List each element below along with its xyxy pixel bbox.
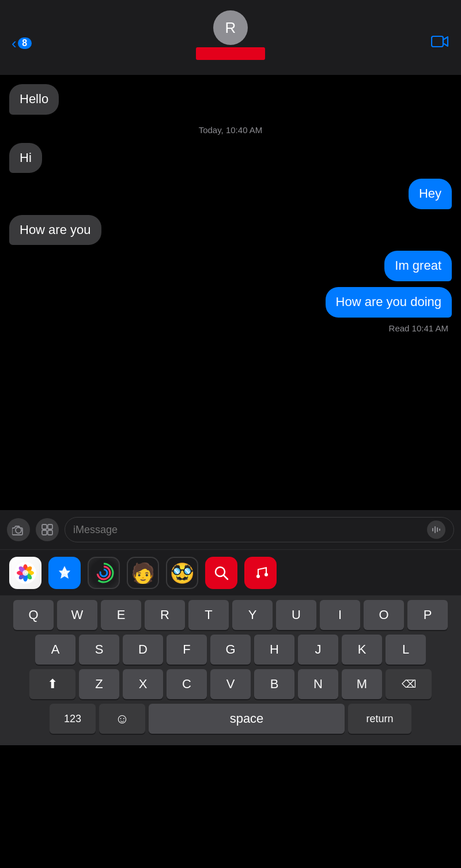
header: ‹ 8 R <box>0 0 461 75</box>
contact-name-bar <box>196 47 265 60</box>
message-input-wrapper <box>65 517 454 542</box>
back-badge: 8 <box>18 37 32 49</box>
svg-rect-5 <box>48 530 52 535</box>
key-h[interactable]: H <box>254 635 294 665</box>
message-input[interactable] <box>73 524 422 536</box>
video-call-button[interactable] <box>431 35 449 52</box>
key-w[interactable]: W <box>57 600 97 630</box>
svg-rect-7 <box>434 526 436 533</box>
tray-memoji2-icon[interactable]: 🥸 <box>166 557 198 589</box>
key-l[interactable]: L <box>386 635 426 665</box>
svg-rect-4 <box>42 530 47 535</box>
key-f[interactable]: F <box>167 635 207 665</box>
tray-search-icon[interactable] <box>205 557 237 589</box>
key-p[interactable]: P <box>407 600 448 630</box>
apps-button[interactable] <box>36 518 59 541</box>
chevron-left-icon: ‹ <box>12 36 17 51</box>
key-b[interactable]: B <box>254 669 294 699</box>
app-tray: A 🧑 🥸 <box>0 549 461 595</box>
read-receipt: Read 10:41 AM <box>9 323 452 333</box>
key-i[interactable]: I <box>320 600 360 630</box>
shift-key[interactable]: ⬆ <box>29 669 75 699</box>
svg-point-23 <box>100 569 107 576</box>
contact-info[interactable]: R <box>196 10 265 60</box>
key-t[interactable]: T <box>188 600 229 630</box>
message-row: Im great <box>9 251 452 281</box>
svg-rect-8 <box>437 527 438 532</box>
svg-point-26 <box>256 575 260 578</box>
key-k[interactable]: K <box>342 635 382 665</box>
key-y[interactable]: Y <box>232 600 273 630</box>
numbers-key[interactable]: 123 <box>50 704 96 734</box>
camera-button[interactable] <box>7 518 30 541</box>
input-row <box>0 510 461 549</box>
svg-point-27 <box>264 573 268 576</box>
key-j[interactable]: J <box>298 635 338 665</box>
key-n[interactable]: N <box>298 669 338 699</box>
messages-area: Hello Today, 10:40 AM Hi Hey How are you… <box>0 75 461 510</box>
incoming-bubble: How are you <box>9 215 101 246</box>
tray-fitness-icon[interactable] <box>88 557 120 589</box>
timestamp: Today, 10:40 AM <box>9 125 452 135</box>
svg-rect-2 <box>42 524 47 529</box>
key-u[interactable]: U <box>276 600 316 630</box>
avatar: R <box>213 10 248 45</box>
outgoing-bubble: Im great <box>384 251 452 281</box>
svg-point-22 <box>97 567 110 579</box>
svg-rect-3 <box>48 524 52 529</box>
svg-rect-0 <box>432 36 443 47</box>
key-g[interactable]: G <box>210 635 251 665</box>
keyboard-row-2: A S D F G H J K L <box>3 635 458 665</box>
key-m[interactable]: M <box>342 669 382 699</box>
incoming-bubble: Hi <box>9 143 42 173</box>
outgoing-bubble: Hey <box>409 179 452 209</box>
key-e[interactable]: E <box>101 600 141 630</box>
message-row: Hello <box>9 84 452 115</box>
keyboard-row-3: ⬆ Z X C V B N M ⌫ <box>3 669 458 699</box>
key-q[interactable]: Q <box>13 600 54 630</box>
return-key[interactable]: return <box>348 704 411 734</box>
key-x[interactable]: X <box>123 669 163 699</box>
key-d[interactable]: D <box>123 635 163 665</box>
tray-photos-icon[interactable] <box>9 557 41 589</box>
outgoing-bubble: How are you doing <box>326 287 452 318</box>
message-row: How are you <box>9 215 452 246</box>
message-row: Hey <box>9 179 452 209</box>
tray-memoji1-icon[interactable]: 🧑 <box>127 557 159 589</box>
tray-music-icon[interactable] <box>244 557 277 589</box>
svg-line-25 <box>224 575 228 579</box>
key-z[interactable]: Z <box>79 669 119 699</box>
space-key[interactable]: space <box>149 704 345 734</box>
tray-appstore-icon[interactable]: A <box>48 557 81 589</box>
audio-button[interactable] <box>427 520 445 539</box>
keyboard-row-1: Q W E R T Y U I O P <box>3 600 458 630</box>
key-o[interactable]: O <box>364 600 404 630</box>
key-r[interactable]: R <box>145 600 185 630</box>
message-row: Hi <box>9 143 452 173</box>
key-v[interactable]: V <box>210 669 251 699</box>
svg-point-19 <box>22 570 28 576</box>
svg-rect-9 <box>439 529 440 531</box>
message-row: How are you doing <box>9 287 452 318</box>
svg-text:A: A <box>61 567 68 577</box>
emoji-key[interactable]: ☺ <box>99 704 145 734</box>
svg-rect-6 <box>432 528 433 531</box>
keyboard: Q W E R T Y U I O P A S D F G H J K L ⬆ … <box>0 595 461 745</box>
keyboard-bottom-row: 123 ☺ space return <box>3 704 458 745</box>
back-button[interactable]: ‹ 8 <box>12 36 32 51</box>
key-a[interactable]: A <box>35 635 75 665</box>
key-c[interactable]: C <box>167 669 207 699</box>
key-s[interactable]: S <box>79 635 119 665</box>
incoming-bubble: Hello <box>9 84 59 115</box>
backspace-key[interactable]: ⌫ <box>386 669 432 699</box>
